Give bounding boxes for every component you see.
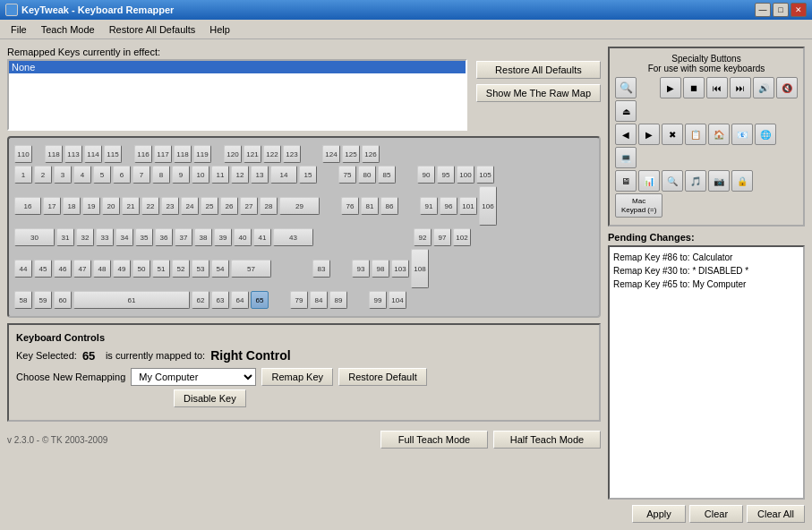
key-117[interactable]: 117 xyxy=(154,145,172,163)
key-15[interactable]: 15 xyxy=(299,166,317,184)
sp-btn-play[interactable]: ▶ xyxy=(660,77,681,98)
key-28[interactable]: 28 xyxy=(260,197,278,215)
key-5[interactable]: 5 xyxy=(93,166,111,184)
key-52[interactable]: 52 xyxy=(172,260,190,278)
key-14[interactable]: 14 xyxy=(270,166,297,184)
key-103[interactable]: 103 xyxy=(391,260,409,278)
key-95[interactable]: 95 xyxy=(437,166,455,184)
key-13[interactable]: 13 xyxy=(251,166,269,184)
key-54[interactable]: 54 xyxy=(211,260,229,278)
maximize-button[interactable]: □ xyxy=(773,3,789,17)
key-47[interactable]: 47 xyxy=(73,260,91,278)
key-101[interactable]: 101 xyxy=(459,197,477,215)
sp-btn-mute[interactable]: 🔇 xyxy=(776,77,798,98)
key-60[interactable]: 60 xyxy=(54,291,72,309)
key-51[interactable]: 51 xyxy=(152,260,170,278)
key-86[interactable]: 86 xyxy=(380,197,398,215)
key-75[interactable]: 75 xyxy=(338,166,356,184)
key-98[interactable]: 98 xyxy=(372,260,389,278)
sp-btn-prev[interactable]: ⏮ xyxy=(706,77,728,98)
key-63[interactable]: 63 xyxy=(211,291,229,309)
close-button[interactable]: ✕ xyxy=(791,3,807,17)
key-50[interactable]: 50 xyxy=(132,260,150,278)
sp-btn-search[interactable]: 🔍 xyxy=(615,77,637,98)
key-59[interactable]: 59 xyxy=(34,291,52,309)
mac-keypad-button[interactable]: MacKeypad (=) xyxy=(615,193,662,218)
sp-btn-mail2[interactable]: 📧 xyxy=(731,124,753,145)
key-30[interactable]: 30 xyxy=(14,228,55,246)
key-96[interactable]: 96 xyxy=(440,197,457,215)
sp-btn-lock[interactable]: 🔒 xyxy=(731,170,753,192)
key-34[interactable]: 34 xyxy=(115,228,133,246)
key-80[interactable]: 80 xyxy=(358,166,376,184)
key-7[interactable]: 7 xyxy=(132,166,150,184)
menu-teach-mode[interactable]: Teach Mode xyxy=(34,22,102,37)
sp-btn-back[interactable]: ◀ xyxy=(615,124,637,145)
key-113[interactable]: 113 xyxy=(64,145,82,163)
key-115[interactable]: 115 xyxy=(104,145,122,163)
key-110[interactable]: 110 xyxy=(14,145,32,163)
sp-btn-pc[interactable]: 🖥 xyxy=(615,170,637,192)
sp-btn-comp[interactable]: 💻 xyxy=(615,147,637,168)
key-40[interactable]: 40 xyxy=(234,228,252,246)
key-1[interactable]: 1 xyxy=(14,166,32,184)
key-26[interactable]: 26 xyxy=(220,197,238,215)
key-90[interactable]: 90 xyxy=(417,166,435,184)
key-36[interactable]: 36 xyxy=(155,228,173,246)
key-116[interactable]: 116 xyxy=(134,145,152,163)
key-17[interactable]: 17 xyxy=(43,197,61,215)
key-35[interactable]: 35 xyxy=(135,228,153,246)
key-11[interactable]: 11 xyxy=(211,166,229,184)
key-37[interactable]: 37 xyxy=(175,228,192,246)
key-33[interactable]: 33 xyxy=(96,228,114,246)
key-32[interactable]: 32 xyxy=(76,228,94,246)
key-62[interactable]: 62 xyxy=(192,291,209,309)
key-119[interactable]: 119 xyxy=(193,145,211,163)
restore-all-defaults-button[interactable]: Restore All Defaults xyxy=(476,61,601,79)
sp-btn-web2[interactable]: 🌐 xyxy=(755,124,776,145)
key-22[interactable]: 22 xyxy=(141,197,159,215)
key-106[interactable]: 106 xyxy=(479,186,497,226)
menu-file[interactable]: File xyxy=(4,22,34,37)
key-21[interactable]: 21 xyxy=(122,197,140,215)
minimize-button[interactable]: — xyxy=(755,3,771,17)
key-64[interactable]: 64 xyxy=(231,291,249,309)
key-46[interactable]: 46 xyxy=(54,260,72,278)
sp-btn-eject[interactable]: ⏏ xyxy=(615,100,637,122)
key-92[interactable]: 92 xyxy=(414,228,432,246)
key-99[interactable]: 99 xyxy=(369,291,387,309)
full-teach-button[interactable]: Full Teach Mode xyxy=(380,431,488,449)
key-24[interactable]: 24 xyxy=(181,197,199,215)
key-48[interactable]: 48 xyxy=(93,260,111,278)
key-102[interactable]: 102 xyxy=(453,228,471,246)
key-44[interactable]: 44 xyxy=(14,260,32,278)
key-120[interactable]: 120 xyxy=(224,145,242,163)
key-85[interactable]: 85 xyxy=(378,166,396,184)
key-105[interactable]: 105 xyxy=(476,166,494,184)
key-91[interactable]: 91 xyxy=(420,197,438,215)
sp-btn-x[interactable]: ✖ xyxy=(662,124,683,145)
key-121[interactable]: 121 xyxy=(244,145,261,163)
key-16[interactable]: 16 xyxy=(14,197,41,215)
sp-btn-search2[interactable]: 🔍 xyxy=(662,170,683,192)
sp-btn-stop[interactable]: ⏹ xyxy=(683,77,705,98)
show-raw-map-button[interactable]: Show Me The Raw Map xyxy=(476,84,601,102)
key-31[interactable]: 31 xyxy=(56,228,74,246)
key-2[interactable]: 2 xyxy=(34,166,52,184)
key-6[interactable]: 6 xyxy=(113,166,131,184)
key-104[interactable]: 104 xyxy=(389,291,406,309)
key-9[interactable]: 9 xyxy=(172,166,190,184)
key-89[interactable]: 89 xyxy=(329,291,347,309)
remapped-list-item[interactable]: None xyxy=(9,61,466,73)
key-10[interactable]: 10 xyxy=(192,166,209,184)
remap-key-button[interactable]: Remap Key xyxy=(261,368,333,386)
key-122[interactable]: 122 xyxy=(263,145,281,163)
remap-dropdown[interactable]: My Computer Calculator * DISABLED * xyxy=(131,368,256,386)
key-83[interactable]: 83 xyxy=(312,260,330,278)
key-108[interactable]: 108 xyxy=(411,249,429,288)
sp-btn-chart[interactable]: 📊 xyxy=(638,170,660,192)
key-81[interactable]: 81 xyxy=(361,197,379,215)
key-100[interactable]: 100 xyxy=(457,166,474,184)
key-57[interactable]: 57 xyxy=(231,260,271,278)
disable-key-button[interactable]: Disable Key xyxy=(174,389,246,407)
